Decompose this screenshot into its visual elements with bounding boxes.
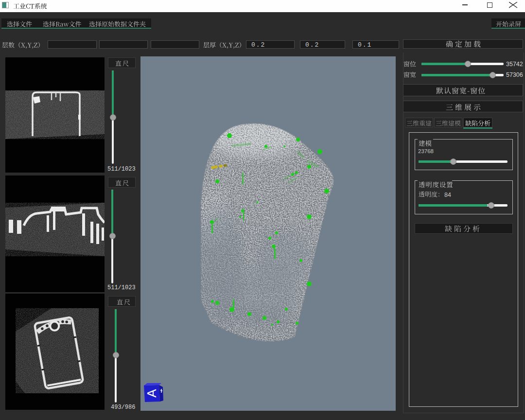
svg-text:A: A [144, 389, 159, 398]
